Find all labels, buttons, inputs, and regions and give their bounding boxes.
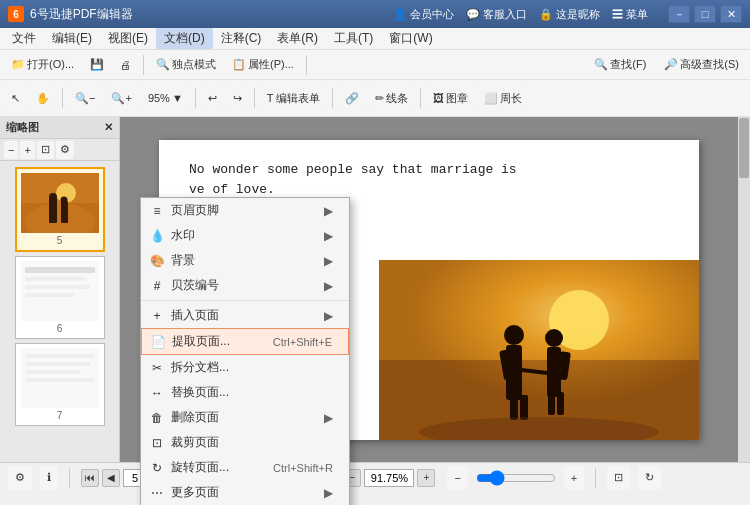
zoom-slider-left[interactable]: − — [447, 466, 467, 490]
menu-edit[interactable]: 编辑(E) — [44, 28, 100, 49]
svg-rect-30 — [548, 392, 555, 415]
title-bar-right: 👤 会员中心 💬 客服入口 🔒 这是昵称 ☰ 菜单 － □ ✕ — [393, 5, 742, 23]
svg-point-27 — [545, 329, 563, 347]
spot-mode-button[interactable]: 🔍 独点模式 — [149, 53, 223, 77]
text-edit-button[interactable]: T 编辑表单 — [260, 86, 327, 110]
toolbar-container: 📁 打开(O)... 💾 🖨 🔍 独点模式 📋 属性(P)... 🔍 查找(F)… — [0, 50, 750, 117]
advanced-find-button[interactable]: 🔎 高级查找(S) — [657, 53, 746, 77]
image-button[interactable]: 🖼 图章 — [426, 86, 475, 110]
menu-link[interactable]: ☰ 菜单 — [612, 7, 648, 22]
menu-view[interactable]: 视图(E) — [100, 28, 156, 49]
scrollbar-thumb[interactable] — [739, 118, 749, 178]
menu-window[interactable]: 窗口(W) — [381, 28, 440, 49]
svg-rect-20 — [379, 260, 699, 360]
page-label-5: 5 — [57, 235, 63, 246]
sep4 — [195, 88, 196, 108]
menu-item-extract-page[interactable]: 📄 提取页面... Ctrl+Shift+E — [141, 328, 349, 355]
menu-item-header-footer[interactable]: ≡ 页眉页脚 ▶ — [141, 198, 349, 223]
select-button[interactable]: ↖ — [4, 86, 27, 110]
zoom-out-button[interactable]: 🔍− — [68, 86, 102, 110]
thumb-img-5 — [21, 173, 99, 233]
print-icon: 🖨 — [120, 59, 131, 71]
replace-icon: ↔ — [147, 386, 167, 400]
select-icon: ↖ — [11, 92, 20, 105]
svg-point-7 — [60, 197, 67, 204]
page-thumb-5[interactable]: 5 — [15, 167, 105, 252]
menu-item-rotate[interactable]: ↻ 旋转页面... Ctrl+Shift+R — [141, 455, 349, 480]
sidebar-header: 缩略图 ✕ — [0, 117, 119, 139]
page-label-7: 7 — [57, 410, 63, 421]
zoom-in-button[interactable]: 🔍+ — [104, 86, 138, 110]
prop-icon: 📋 — [232, 58, 246, 71]
properties-button[interactable]: 📋 属性(P)... — [225, 53, 301, 77]
svg-rect-26 — [520, 395, 528, 420]
zoom-box[interactable]: 95% ▼ — [141, 86, 190, 110]
prev-page-button[interactable]: ◀ — [102, 469, 120, 487]
menu-document[interactable]: 文档(D) — [156, 28, 213, 49]
status-sep1 — [69, 468, 70, 488]
sidebar-zoom-out[interactable]: − — [4, 141, 18, 159]
menu-item-watermark[interactable]: 💧 水印 ▶ — [141, 223, 349, 248]
member-center-link[interactable]: 👤 会员中心 — [393, 7, 454, 22]
page-label-6: 6 — [57, 323, 63, 334]
svg-rect-12 — [25, 293, 75, 297]
rotate-view-button[interactable]: ↻ — [638, 466, 661, 490]
menu-item-crop[interactable]: ⊡ 裁剪页面 — [141, 430, 349, 455]
zoom-slider[interactable] — [476, 470, 556, 486]
status-info-button[interactable]: ℹ — [40, 466, 58, 490]
sidebar-zoom-in[interactable]: + — [20, 141, 34, 159]
menu-item-bates[interactable]: # 贝茨编号 ▶ — [141, 273, 349, 298]
adv-find-icon: 🔎 — [664, 58, 678, 71]
redo-button[interactable]: ↪ — [226, 86, 249, 110]
find-button[interactable]: 🔍 查找(F) — [587, 53, 653, 77]
menu-file[interactable]: 文件 — [4, 28, 44, 49]
menu-item-replace[interactable]: ↔ 替换页面... — [141, 380, 349, 405]
save-icon: 💾 — [90, 58, 104, 71]
zoom-level-input[interactable] — [364, 469, 414, 487]
thumb-img-6 — [21, 261, 99, 321]
save-button[interactable]: 💾 — [83, 53, 111, 77]
menu-annotate[interactable]: 注释(C) — [213, 28, 270, 49]
document-scrollbar[interactable] — [738, 117, 750, 462]
header-footer-icon: ≡ — [147, 204, 167, 218]
text-icon: T — [267, 92, 274, 104]
lines-button[interactable]: ✏ 线条 — [368, 86, 415, 110]
svg-rect-16 — [25, 370, 80, 374]
menu-item-delete[interactable]: 🗑 删除页面 ▶ — [141, 405, 349, 430]
document-image — [379, 260, 699, 440]
zoom-out-icon: 🔍− — [75, 92, 95, 105]
sidebar-settings[interactable]: ⚙ — [56, 141, 74, 159]
menu-item-background[interactable]: 🎨 背景 ▶ — [141, 248, 349, 273]
open-button[interactable]: 📁 打开(O)... — [4, 53, 81, 77]
minimize-button[interactable]: － — [668, 5, 690, 23]
hand-button[interactable]: ✋ — [29, 86, 57, 110]
page-thumb-7[interactable]: 7 — [15, 343, 105, 426]
user-nickname: 🔒 这是昵称 — [539, 7, 600, 22]
menu-item-more-pages[interactable]: ⋯ 更多页面 ▶ — [141, 480, 349, 505]
sidebar-close-icon[interactable]: ✕ — [104, 121, 113, 134]
redo-icon: ↪ — [233, 92, 242, 105]
zoom-slider-right[interactable]: + — [564, 466, 584, 490]
menu-form[interactable]: 表单(R) — [269, 28, 326, 49]
sidebar-fit-width[interactable]: ⊡ — [37, 141, 54, 159]
menu-tools[interactable]: 工具(T) — [326, 28, 381, 49]
perimeter-button[interactable]: ⬜ 周长 — [477, 86, 529, 110]
perim-icon: ⬜ — [484, 92, 498, 105]
close-button[interactable]: ✕ — [720, 5, 742, 23]
find-icon: 🔍 — [594, 58, 608, 71]
page-thumb-6[interactable]: 6 — [15, 256, 105, 339]
print-button[interactable]: 🖨 — [113, 53, 138, 77]
crop-icon: ⊡ — [147, 436, 167, 450]
zoom-in-status-button[interactable]: + — [417, 469, 435, 487]
menu-item-insert-page[interactable]: + 插入页面 ▶ — [141, 303, 349, 328]
support-link[interactable]: 💬 客服入口 — [466, 7, 527, 22]
main-area: 缩略图 ✕ − + ⊡ ⚙ — [0, 117, 750, 462]
maximize-button[interactable]: □ — [694, 5, 716, 23]
status-settings-button[interactable]: ⚙ — [8, 466, 32, 490]
undo-button[interactable]: ↩ — [201, 86, 224, 110]
app-icon: 6 — [8, 6, 24, 22]
first-page-button[interactable]: ⏮ — [81, 469, 99, 487]
menu-item-split[interactable]: ✂ 拆分文档... — [141, 355, 349, 380]
link-button[interactable]: 🔗 — [338, 86, 366, 110]
fit-page-button[interactable]: ⊡ — [607, 466, 630, 490]
